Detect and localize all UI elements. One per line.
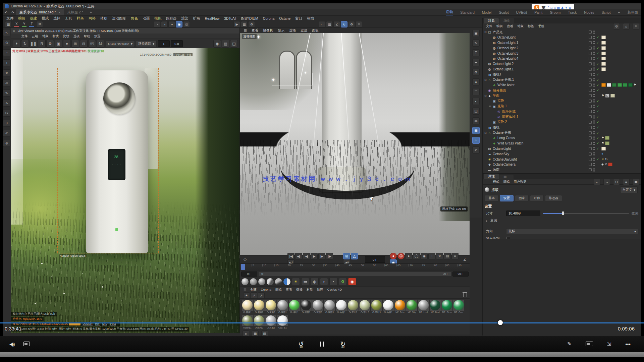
object-row[interactable]: ⊟▲平面⚑ xyxy=(483,93,641,99)
restart-render-icon[interactable]: ↻ xyxy=(21,40,29,48)
enabled-check-icon[interactable]: ✓ xyxy=(596,120,600,124)
menu-item-10[interactable]: 角色 xyxy=(131,16,138,21)
menu-item-5[interactable]: 书签 xyxy=(538,24,544,28)
autokey-icon[interactable]: Ⓐ xyxy=(397,253,405,259)
menu-item-2[interactable]: 查看 xyxy=(507,24,513,28)
menu-item-0[interactable]: 模式 xyxy=(493,180,499,183)
layer-toggle[interactable] xyxy=(589,158,592,161)
uv-tag-chip[interactable] xyxy=(605,94,609,98)
render-settings-circle-icon[interactable]: ◎ xyxy=(183,21,190,27)
visibility-dots[interactable] xyxy=(593,105,595,108)
focus-picker-icon[interactable]: Ⓕ xyxy=(88,40,96,48)
pick-material-icon[interactable]: ↗ xyxy=(258,292,265,299)
visibility-dots[interactable] xyxy=(593,136,595,140)
tab-layers[interactable]: ▤ xyxy=(499,175,514,179)
scale-tool-icon[interactable]: ▱ xyxy=(3,79,10,86)
pla-icon[interactable]: ≡ xyxy=(451,253,459,259)
attr-tab-1[interactable]: 设置 xyxy=(500,195,514,201)
hamburger-icon[interactable]: ☰ xyxy=(244,288,247,292)
enabled-check-icon[interactable]: ✓ xyxy=(596,41,600,45)
menu-item-1[interactable]: 云端 xyxy=(32,34,38,38)
enabled-check-icon[interactable]: ✓ xyxy=(596,147,600,150)
visibility-dots[interactable] xyxy=(593,142,595,145)
preset-dropdown[interactable]: 自定义▾ xyxy=(620,186,638,193)
object-row[interactable]: ◍OctaneLight✓ xyxy=(483,35,641,40)
visibility-dots[interactable] xyxy=(593,110,595,113)
layer-toggle[interactable] xyxy=(589,52,592,55)
falloff-expand-icon[interactable]: ▸ xyxy=(486,219,488,223)
material-tag-chip[interactable] xyxy=(605,136,609,140)
compare-icon[interactable]: ◫ xyxy=(230,40,238,48)
video-progress-knob[interactable] xyxy=(498,320,503,325)
film-icon[interactable]: ▭ xyxy=(472,117,480,124)
material-tag-chip[interactable] xyxy=(612,83,616,87)
light-tag-chip[interactable] xyxy=(601,57,606,60)
light-tag-chip[interactable] xyxy=(601,36,606,39)
menu-item-19[interactable]: Corona xyxy=(263,16,274,20)
object-row[interactable]: ◍OctaneLight✓ xyxy=(483,146,641,152)
filter-icon[interactable]: ≡ xyxy=(623,179,630,185)
material-swatch[interactable]: MF_Leaf xyxy=(418,300,429,314)
object-row[interactable]: ♣Long Grass✓⚑ xyxy=(483,135,641,141)
layout-tab-uvedit[interactable]: UVEdit xyxy=(516,10,527,14)
shading-ball-wire-icon[interactable] xyxy=(275,278,282,285)
region-render-icon[interactable]: R xyxy=(38,40,46,47)
attr-tab-0[interactable]: 基本 xyxy=(485,195,498,201)
volume-icon[interactable]: ▩ xyxy=(472,127,480,134)
enabled-check-icon[interactable]: ✓ xyxy=(596,57,600,60)
settings-gear-icon[interactable]: ⚙ xyxy=(46,40,54,48)
loop-icon[interactable]: ⊞ xyxy=(343,253,350,259)
region-remove-icon[interactable]: ⊟ xyxy=(80,40,88,48)
record-scale-icon[interactable]: ◉ xyxy=(421,253,428,259)
protection-tag-icon[interactable]: ⊘ xyxy=(605,163,607,166)
back-arrow-icon[interactable]: ← xyxy=(594,179,600,185)
sphere-icon[interactable]: ● xyxy=(472,78,480,85)
collapse-icon[interactable]: ⊟ xyxy=(489,105,492,108)
menu-item-1[interactable]: 编辑 xyxy=(18,16,25,21)
layout-new-button[interactable]: 新界面 xyxy=(628,10,638,15)
spline-tool-icon[interactable]: ∿ xyxy=(3,100,10,107)
scatter-icon[interactable]: ∴ xyxy=(472,137,480,144)
layer-toggle[interactable] xyxy=(589,41,592,44)
layer-toggle[interactable] xyxy=(589,121,592,124)
auto-key-icon[interactable]: △ xyxy=(351,253,358,259)
layer-toggle[interactable] xyxy=(589,89,592,92)
object-row[interactable]: ◨随机✓ xyxy=(483,125,641,130)
layer-toggle[interactable] xyxy=(589,131,592,134)
forward-arrow-icon[interactable]: → xyxy=(603,179,610,185)
next-key-icon[interactable]: |▶ xyxy=(326,253,333,259)
object-row[interactable]: ⊟▢产品光 xyxy=(483,29,641,35)
ocio-dropdown[interactable]: OCIO <sRGB> ▾ xyxy=(106,40,135,47)
object-row[interactable]: ♣White Aster✓⚑ xyxy=(483,82,641,88)
material-swatch[interactable]: Oc黑茎1 xyxy=(301,300,312,314)
menu-item-17[interactable]: 3DToAll xyxy=(224,16,236,20)
menu-item-3[interactable]: 查看 xyxy=(286,288,292,291)
layer-toggle[interactable] xyxy=(589,105,592,108)
material-tag-chip[interactable] xyxy=(607,83,611,87)
perspective-viewport[interactable]: ☰ 查看摄像机显示选项过滤面板 ✦ ✦ ✦ 技艺学习素材网 ｗｗｗ．ｊｙ３ｄ．ｃ… xyxy=(240,28,470,255)
list-view-icon[interactable]: ≡ xyxy=(243,330,249,336)
prev-frame-icon[interactable]: ◀ xyxy=(303,253,310,259)
menu-item-4[interactable]: 选择 xyxy=(53,16,60,21)
material-tag-chip[interactable] xyxy=(605,141,609,145)
kernel-dropdown[interactable]: 路径追踪 ▾ xyxy=(136,40,157,47)
stereo-icon[interactable]: ▪ xyxy=(329,278,337,285)
material-swatch[interactable]: MF_Stem xyxy=(441,300,452,314)
shading-ball-quad-icon[interactable] xyxy=(258,278,265,285)
octane-camera-icon[interactable]: ◉ xyxy=(348,278,356,285)
layer-toggle[interactable] xyxy=(589,163,592,166)
remote-screen-icon[interactable] xyxy=(586,342,593,346)
layer-toggle[interactable] xyxy=(589,115,592,118)
rotation-icon[interactable]: ↻ xyxy=(436,253,443,259)
material-swatch[interactable]: Oc草叶3 xyxy=(371,300,382,314)
object-row[interactable]: ◎圆环体域.1✓ xyxy=(483,114,641,120)
object-row[interactable]: ◍OctaneLight.1✓ xyxy=(483,40,641,46)
modes-list-icon[interactable]: ≡ xyxy=(356,21,362,27)
camera-icon[interactable]: ▤ xyxy=(472,108,480,115)
direction-dropdown[interactable]: 鼠标▾ xyxy=(506,228,638,234)
material-swatch[interactable]: Oc白瓣1 xyxy=(383,300,394,314)
object-row[interactable]: ⊟∴Octane 分布✓ xyxy=(483,130,641,135)
render-view-circle-icon[interactable]: ◕ xyxy=(168,21,175,27)
material-swatch[interactable]: Oc白花1 xyxy=(336,300,347,314)
layer-toggle[interactable] xyxy=(589,168,592,171)
